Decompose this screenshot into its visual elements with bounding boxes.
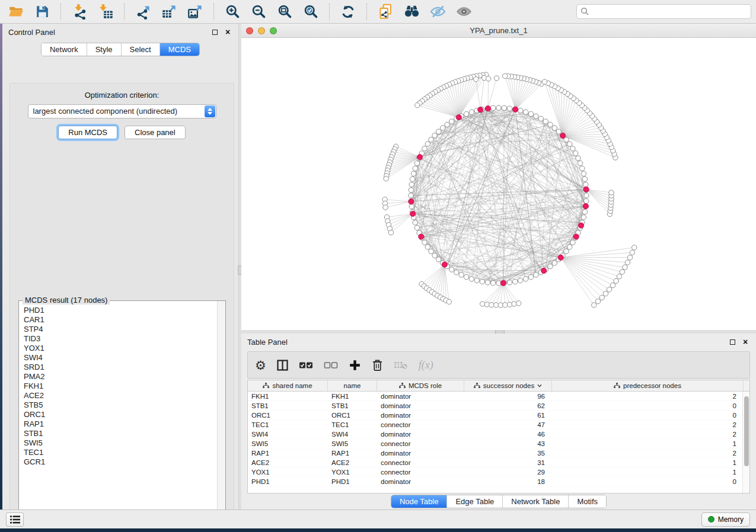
zoom-fit-button[interactable] <box>273 2 296 22</box>
graph-node-dominator[interactable] <box>410 211 416 216</box>
graph-node[interactable] <box>578 161 582 165</box>
control-panel-close-button[interactable]: × <box>223 27 232 37</box>
mcds-result-scrollbar[interactable] <box>217 301 225 520</box>
graph-node[interactable] <box>409 188 413 193</box>
graph-node-dominator[interactable] <box>417 155 422 160</box>
mcds-result-item[interactable]: GCR1 <box>24 457 217 467</box>
table-scrollbar[interactable] <box>742 392 749 493</box>
mcds-result-item[interactable]: ORC1 <box>24 410 217 419</box>
mcds-result-item[interactable]: STB1 <box>24 429 217 438</box>
mcds-result-item[interactable]: FKH1 <box>24 382 217 391</box>
graph-node[interactable] <box>469 277 474 281</box>
mcds-result-item[interactable]: SWI4 <box>24 353 217 363</box>
graph-node[interactable] <box>543 119 548 124</box>
column-header-shared-name[interactable]: shared name <box>248 380 328 391</box>
mcds-result-item[interactable]: STP4 <box>24 325 217 334</box>
graph-node[interactable] <box>449 119 454 124</box>
graph-node[interactable] <box>582 177 587 181</box>
add-column-button[interactable] <box>349 355 361 375</box>
graph-node[interactable] <box>507 280 512 285</box>
table-row[interactable]: YOX1YOX1connector291 <box>248 467 749 477</box>
graph-node[interactable] <box>429 137 433 142</box>
graph-node[interactable] <box>518 108 523 113</box>
save-session-button[interactable] <box>31 2 53 22</box>
table-row[interactable]: SWI5SWI5connector431 <box>248 439 749 448</box>
graph-node[interactable] <box>413 220 417 225</box>
mcds-result-item[interactable]: SWI5 <box>24 438 217 448</box>
graph-node[interactable] <box>464 111 468 116</box>
table-row[interactable]: FKH1FKH1dominator962 <box>248 392 749 401</box>
open-session-button[interactable] <box>5 2 27 22</box>
graph-node-dominator[interactable] <box>573 234 579 239</box>
graph-node[interactable] <box>432 133 437 138</box>
network-canvas[interactable] <box>241 38 756 330</box>
tab-mcds[interactable]: MCDS <box>160 43 199 56</box>
table-row[interactable]: PHD1PHD1dominator180 <box>248 477 749 486</box>
table-panel-float-button[interactable] <box>728 337 737 347</box>
graph-node[interactable] <box>620 270 624 274</box>
graph-node[interactable] <box>609 190 614 195</box>
graph-node-dominator[interactable] <box>513 107 518 112</box>
graph-node[interactable] <box>599 295 604 300</box>
graph-node[interactable] <box>449 267 454 272</box>
graph-node-dominator[interactable] <box>541 268 547 273</box>
graph-node[interactable] <box>422 240 427 245</box>
tab-network[interactable]: Network <box>42 43 87 56</box>
graph-node[interactable] <box>564 249 569 254</box>
graph-node-dominator[interactable] <box>478 107 483 113</box>
graph-node[interactable] <box>414 225 419 230</box>
refresh-layout-button[interactable] <box>337 2 359 22</box>
graph-node[interactable] <box>567 142 572 146</box>
graph-node[interactable] <box>582 210 587 214</box>
graph-node[interactable] <box>581 171 586 176</box>
graph-node[interactable] <box>507 106 512 111</box>
graph-node[interactable] <box>436 129 441 134</box>
graph-node[interactable] <box>580 166 585 171</box>
graph-node-dominator[interactable] <box>500 280 506 286</box>
graph-node[interactable] <box>496 105 501 110</box>
graph-node[interactable] <box>480 279 484 284</box>
tab-edge-table[interactable]: Edge Table <box>447 495 503 508</box>
table-row[interactable]: TEC1TEC1connector472 <box>248 420 749 430</box>
mcds-result-item[interactable]: RAP1 <box>24 419 217 429</box>
graph-node[interactable] <box>415 103 420 108</box>
zoom-in-button[interactable] <box>221 2 244 22</box>
graph-node[interactable] <box>513 279 518 284</box>
tab-select[interactable]: Select <box>122 43 160 56</box>
column-header-name[interactable]: name <box>328 380 377 391</box>
graph-node[interactable] <box>592 303 596 307</box>
show-all-button[interactable] <box>452 2 475 22</box>
function-builder-button[interactable]: f(x) <box>419 355 433 375</box>
graph-node[interactable] <box>494 76 499 81</box>
graph-node[interactable] <box>422 146 427 151</box>
graph-node[interactable] <box>498 303 503 307</box>
export-table-button[interactable] <box>158 2 180 22</box>
graph-node[interactable] <box>489 302 494 307</box>
graph-node[interactable] <box>528 111 533 116</box>
select-all-button[interactable] <box>299 355 313 375</box>
graph-node[interactable] <box>445 122 449 127</box>
run-mcds-button[interactable]: Run MCDS <box>58 126 117 139</box>
tab-style[interactable]: Style <box>87 43 122 56</box>
minimize-window-button[interactable] <box>258 27 265 34</box>
close-window-button[interactable] <box>246 27 253 34</box>
graph-node-dominator[interactable] <box>583 203 588 209</box>
graph-node[interactable] <box>548 264 553 269</box>
mcds-result-item[interactable]: TEC1 <box>24 448 217 457</box>
optimization-criterion-select[interactable]: largest connected component (undirected) <box>28 104 216 118</box>
mcds-result-item[interactable]: STB5 <box>24 400 217 410</box>
graph-node[interactable] <box>581 215 586 220</box>
import-network-button[interactable] <box>68 2 91 22</box>
graph-node[interactable] <box>610 283 615 287</box>
graph-node[interactable] <box>567 245 572 249</box>
graph-node[interactable] <box>528 274 533 279</box>
graph-node-dominator[interactable] <box>558 255 563 260</box>
graph-node[interactable] <box>410 177 414 181</box>
show-columns-button[interactable] <box>277 355 288 375</box>
tab-network-table[interactable]: Network Table <box>503 495 569 508</box>
graph-node[interactable] <box>617 274 621 279</box>
graph-node[interactable] <box>484 302 489 307</box>
graph-node[interactable] <box>576 156 580 161</box>
zoom-selected-button[interactable] <box>299 2 322 22</box>
graph-node[interactable] <box>491 281 496 286</box>
